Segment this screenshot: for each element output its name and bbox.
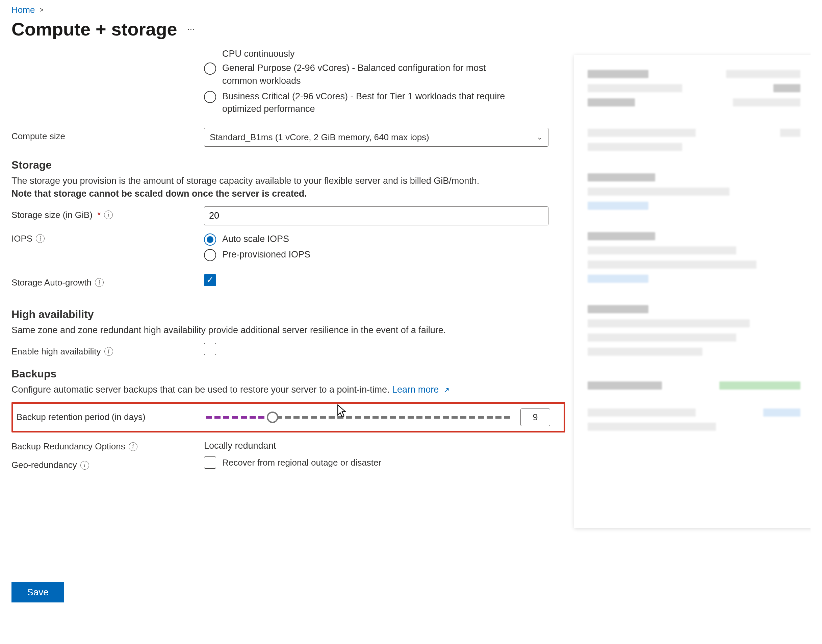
cost-summary-panel — [574, 55, 811, 528]
external-link-icon: ↗ — [444, 386, 450, 394]
tier-option-label: Business Critical (2-96 vCores) - Best f… — [222, 90, 519, 116]
iops-option-auto[interactable]: Auto scale IOPS — [204, 233, 548, 245]
tier-option-label: General Purpose (2-96 vCores) - Balanced… — [222, 62, 519, 87]
content-area: CPU continuously General Purpose (2-96 v… — [11, 50, 811, 610]
more-actions-button[interactable]: ··· — [187, 24, 195, 34]
ha-heading: High availability — [11, 308, 565, 320]
form-column: CPU continuously General Purpose (2-96 v… — [11, 50, 565, 475]
redundancy-value: Locally redundant — [204, 438, 548, 451]
info-icon[interactable]: i — [104, 210, 113, 219]
chevron-right-icon: > — [40, 6, 44, 14]
retention-slider[interactable]: 9 — [206, 408, 550, 426]
backups-heading: Backups — [11, 368, 565, 380]
info-icon[interactable]: i — [95, 278, 104, 287]
backups-desc-text: Configure automatic server backups that … — [11, 385, 390, 395]
slider-thumb[interactable] — [267, 411, 278, 423]
tier-option-general-purpose[interactable]: General Purpose (2-96 vCores) - Balanced… — [204, 62, 565, 87]
compute-size-select[interactable]: Standard_B1ms (1 vCore, 2 GiB memory, 64… — [204, 128, 548, 147]
geo-redundancy-option-label: Recover from regional outage or disaster — [222, 457, 381, 468]
ha-enable-checkbox[interactable] — [204, 343, 216, 355]
geo-redundancy-label: Geo-redundancy — [11, 460, 77, 470]
iops-auto-label: Auto scale IOPS — [222, 233, 289, 245]
retention-value[interactable]: 9 — [520, 408, 550, 426]
iops-pre-label: Pre-provisioned IOPS — [222, 248, 310, 261]
backups-learn-more-link[interactable]: Learn more ↗ — [392, 385, 450, 395]
storage-heading: Storage — [11, 159, 565, 171]
ha-description: Same zone and zone redundant high availa… — [11, 324, 538, 337]
storage-size-label: Storage size (in GiB) — [11, 210, 93, 220]
radio-icon — [204, 249, 216, 261]
info-icon[interactable]: i — [129, 442, 138, 451]
tier-option-business-critical[interactable]: Business Critical (2-96 vCores) - Best f… — [204, 90, 565, 116]
geo-redundancy-checkbox[interactable] — [204, 457, 216, 469]
radio-icon — [204, 91, 216, 103]
compute-size-value: Standard_B1ms (1 vCore, 2 GiB memory, 64… — [210, 132, 429, 143]
ha-enable-label: Enable high availability — [11, 347, 101, 357]
info-icon[interactable]: i — [80, 461, 89, 470]
page-title: Compute + storage — [11, 18, 177, 40]
title-row: Compute + storage ··· — [11, 18, 811, 40]
required-indicator: * — [97, 210, 101, 220]
breadcrumb-home[interactable]: Home — [11, 5, 35, 15]
retention-highlight-box: Backup retention period (in days) 9 — [11, 402, 565, 432]
iops-option-preprovisioned[interactable]: Pre-provisioned IOPS — [204, 248, 548, 261]
compute-size-label: Compute size — [11, 131, 65, 141]
footer-bar: Save — [0, 574, 822, 610]
info-icon[interactable]: i — [104, 347, 113, 356]
retention-label: Backup retention period (in days) — [17, 412, 145, 422]
iops-label: IOPS — [11, 233, 32, 244]
save-button[interactable]: Save — [11, 582, 64, 603]
page-root: Home > Compute + storage ··· CPU continu… — [0, 0, 822, 610]
autogrowth-checkbox[interactable]: ✓ — [204, 274, 216, 286]
storage-description: The storage you provision is the amount … — [11, 175, 538, 200]
chevron-down-icon: ⌄ — [537, 133, 543, 141]
storage-desc-line1: The storage you provision is the amount … — [11, 176, 479, 186]
storage-size-input[interactable] — [204, 207, 548, 225]
slider-track[interactable] — [206, 416, 510, 419]
info-icon[interactable]: i — [36, 234, 44, 243]
autogrowth-label: Storage Auto-growth — [11, 278, 92, 288]
tier-option-burstable-partial: CPU continuously — [204, 50, 565, 59]
slider-track-fill — [206, 416, 272, 419]
backups-description: Configure automatic server backups that … — [11, 383, 538, 396]
breadcrumb: Home > — [11, 0, 811, 15]
radio-icon — [204, 63, 216, 75]
radio-icon — [204, 233, 216, 245]
storage-desc-line2: Note that storage cannot be scaled down … — [11, 189, 307, 199]
learn-more-text: Learn more — [392, 385, 439, 395]
redundancy-label: Backup Redundancy Options — [11, 441, 125, 452]
